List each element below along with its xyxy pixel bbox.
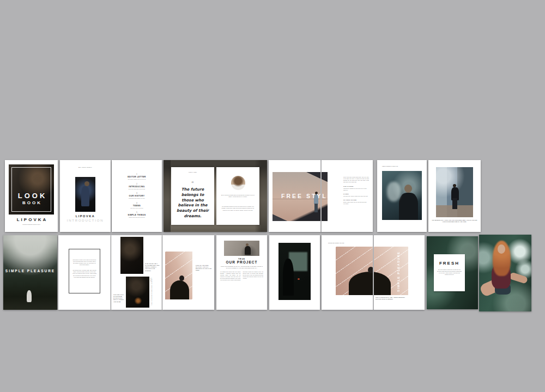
fresh-body: The fresh chapter is about the air after… [437, 269, 462, 275]
essay-paragraph: Somewhere between the dark forest and th… [72, 259, 96, 266]
free-style-intro: Street light and a plain denim shirt. Th… [343, 176, 369, 183]
contents-item-subtitle: Minimalism was always our style [116, 198, 158, 199]
model-face [498, 244, 505, 254]
figure-in-forest [27, 290, 32, 302]
outfit-section-body: Slim dark navy chinos, cuffed once above… [343, 195, 369, 197]
model-head [84, 181, 89, 186]
cover-title-book: BOOK [9, 200, 54, 205]
model-body [399, 193, 418, 220]
cover-title: LOOK BOOK [9, 192, 54, 205]
city-caption: THE MODERN CITY LOOK FOR THE CONFIDENT M… [431, 219, 478, 223]
dark-duo-caption-top: DARK JEANS AND A PLAIN SWEATER. OUR SIMP… [145, 263, 160, 272]
quote-page-header: LIPOVKA LOOK [171, 171, 214, 173]
page-essay: Somewhere between the dark forest and th… [58, 235, 111, 310]
model-pants [314, 204, 318, 212]
cover-photo-frame [11, 167, 51, 212]
quote-right-sheet: Every great look starts with a dream and… [216, 167, 259, 225]
contents-item-number: 4 [116, 203, 158, 204]
page-our-project: TRUE OUR PROJECT MINIMALIST LOOKBOOK OF … [216, 235, 267, 310]
spread-simple-pleasure: SIMPLE PLEASURE PART TWO SIMPLE PLEASURE… [322, 235, 425, 310]
glass-photo [382, 171, 422, 220]
contents-item-title: OUR HISTORY [116, 195, 158, 197]
dark-portrait-photo-top [120, 237, 143, 274]
contents-item: 5 SIMPLE THINGS Casual wear and calm mom… [116, 212, 158, 218]
contents-item-number: 1 [116, 174, 158, 175]
outfit-section-heading: PANTS [343, 193, 369, 195]
essay-border-box: Somewhere between the dark forest and th… [69, 249, 100, 293]
model-head [404, 185, 412, 193]
project-body-columns: We started this project with one simple … [220, 271, 263, 305]
intro-title: INTRODUCTION [60, 219, 111, 222]
contents-item-number: 2 [116, 183, 158, 185]
model-jacket [81, 186, 89, 206]
outfit-section: PANTS Slim dark navy chinos, cuffed once… [343, 193, 369, 197]
essay-paragraph: No styling team, no studio light. Only h… [72, 270, 96, 278]
city-photo [436, 167, 473, 217]
contents-item-subtitle: The simple fashion style for your life [116, 179, 158, 180]
project-title: OUR PROJECT [216, 260, 267, 264]
author-avatar [231, 176, 245, 190]
quote-paragraph: Every great look starts with a dream and… [221, 194, 255, 198]
spread-free-style: FREE STYLE Street light and a plain deni… [269, 160, 373, 232]
spread-gutter [320, 160, 322, 232]
model-back [349, 272, 391, 295]
contents-item-number: 3 [116, 193, 158, 194]
contents-item: 3 OUR HISTORY Minimalism was always our … [116, 193, 158, 199]
page-introduction: BE CONFIDENT LIPOVKA INTRODUCTION [60, 160, 111, 232]
fresh-model-photo [479, 235, 531, 311]
hand-on-glass [387, 182, 401, 201]
contents-item-subtitle: The street style collection [116, 207, 158, 209]
intro-photo [75, 177, 95, 212]
project-subtitle: MINIMALIST LOOKBOOK OF QUALITY AND SIMPL… [220, 266, 263, 269]
page-fresh-right [479, 235, 531, 311]
model-hoodie [245, 246, 251, 255]
outfit-section: CLASSIC SHOES Brown leather boots, the o… [343, 199, 369, 205]
contents-item-subtitle: Casual wear and calm moments [116, 217, 158, 218]
page-dark-duo: DARK JEANS AND A PLAIN SWEATER. OUR SIMP… [111, 235, 162, 310]
outfit-section-body: Light denim, straight cut, worn open ove… [343, 188, 369, 191]
page-tiled-wall: LOOK UP AND KEEP WALKING. THE CITY BELON… [162, 235, 214, 310]
contents-item: 2 INTRODUCING New look ideas and clean d… [116, 183, 158, 189]
page-fresh-left: FRESH The fresh chapter is about the air… [427, 236, 478, 309]
page-dark-screen [269, 235, 320, 310]
page-cover: LOOK BOOK LIPOVKA Minimal authentic life… [5, 160, 58, 232]
spread-quote: LIPOVKA LOOK 01 The future belongs to th… [164, 160, 267, 232]
page-contents: 1 EDITOR LETTER The simple fashion style… [112, 160, 162, 232]
dark-duo-caption-bottom: THE LOW LIGHT IN THE ROOM MAKES EVERY DE… [113, 294, 125, 303]
quote-left-sheet: LIPOVKA LOOK 01 The future belongs to th… [171, 167, 214, 225]
quote-paragraph: We built this lookbook for the men who b… [221, 206, 255, 211]
quote-text: The future belongs to those who believe … [175, 187, 210, 219]
simple-pleasure-title: SIMPLE PLEASURE [3, 269, 57, 273]
dark-duo-side-note: AUTUMN COLLECTION SHOT ON LOCATION BY LI… [150, 278, 153, 306]
fresh-title: FRESH [434, 261, 465, 266]
outfit-section-heading: THE JACKET [343, 186, 369, 187]
model-back [170, 280, 189, 299]
contents-item-title: TEENS [116, 205, 158, 207]
warm-light-spot [298, 278, 300, 280]
free-style-text-column: Street light and a plain denim shirt. Th… [343, 176, 369, 205]
outfit-section-body: Brown leather boots, the one pair that g… [343, 201, 369, 205]
intro-header: BE CONFIDENT [60, 167, 111, 168]
brand-tagline: Minimal authentic lifestyle men [5, 224, 58, 225]
contents-item-title: INTRODUCING [116, 186, 158, 188]
page-glass: LOOK THROUGH THE GLASS [377, 160, 427, 232]
vertical-title: SIMPLE PLEASURE [397, 250, 400, 292]
fresh-text-box: FRESH The fresh chapter is about the air… [434, 254, 465, 291]
model-pants [452, 198, 457, 209]
contents-list: 1 EDITOR LETTER The simple fashion style… [116, 174, 158, 222]
model-silhouette [283, 259, 294, 295]
cover-photo: LOOK BOOK [9, 164, 54, 215]
brand-name: LIPOVKA [5, 217, 58, 222]
glass-page-header: LOOK THROUGH THE GLASS [382, 166, 398, 167]
dark-screen-photo [278, 243, 311, 300]
project-photo [224, 241, 259, 256]
spread-gutter [373, 235, 374, 310]
contents-item: 1 EDITOR LETTER The simple fashion style… [116, 174, 158, 180]
page-simple-pleasure-cover: SIMPLE PLEASURE [3, 235, 57, 310]
model-arm [509, 272, 528, 284]
quote-kicker: 01 [171, 181, 214, 183]
dark-portrait-photo-bottom [126, 277, 149, 308]
tiled-wall-caption: LOOK UP AND KEEP WALKING. THE CITY BELON… [196, 265, 211, 272]
contents-item-subtitle: New look ideas and clean details [116, 188, 158, 189]
contents-item: 4 TEENS The street style collection [116, 203, 158, 209]
